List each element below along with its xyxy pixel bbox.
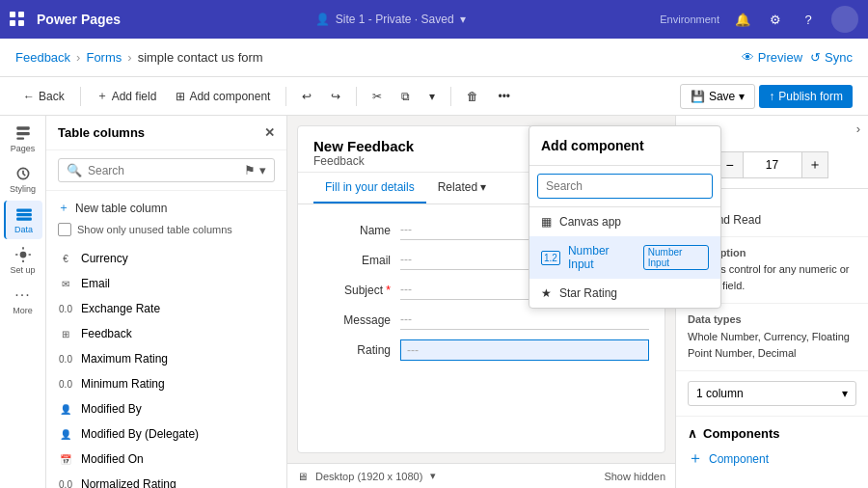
toolbar-sep-1 bbox=[80, 87, 81, 106]
column-item[interactable]: 📅Modified On bbox=[46, 447, 286, 472]
second-bar-right: 👁 Preview ↺ Sync bbox=[742, 50, 853, 65]
publish-button[interactable]: ↑ Publish form bbox=[759, 85, 853, 108]
breadcrumb: Feedback › Forms › simple contact us for… bbox=[15, 50, 734, 65]
column-item[interactable]: €Currency bbox=[46, 246, 286, 271]
copy-button[interactable]: ⧉ bbox=[393, 86, 418, 107]
col-label: Modified By (Delegate) bbox=[81, 427, 199, 441]
redo-button[interactable]: ↪ bbox=[323, 86, 348, 107]
column-item[interactable]: 👤Modified By (Delegate) bbox=[46, 421, 286, 447]
svg-rect-1 bbox=[16, 132, 30, 135]
collapse-icon[interactable]: › bbox=[856, 122, 860, 136]
top-bar-right: Environment 🔔 ⚙ ? bbox=[660, 6, 858, 33]
add-comp-item[interactable]: 1.2Number InputNumber Input bbox=[529, 236, 720, 279]
desktop-label[interactable]: Desktop (1920 x 1080) bbox=[315, 471, 422, 482]
desktop-dropdown[interactable]: ▾ bbox=[430, 470, 436, 482]
collapse-components-icon[interactable]: ∧ bbox=[688, 426, 697, 441]
table-columns-panel: Table columns ✕ 🔍 ⚑ ▾ ＋ New table column… bbox=[46, 116, 287, 488]
save-button[interactable]: 💾 Save ▾ bbox=[680, 84, 755, 109]
col-icon: 0.0 bbox=[58, 351, 73, 366]
apps-icon[interactable] bbox=[10, 12, 25, 27]
col-icon: 0.0 bbox=[58, 301, 73, 316]
col-icon: 0.0 bbox=[58, 376, 73, 392]
column-item[interactable]: 👤Modified By bbox=[46, 396, 286, 421]
col-icon: ⊞ bbox=[58, 326, 73, 341]
breadcrumb-bar: Feedback › Forms › simple contact us for… bbox=[0, 39, 868, 77]
add-comp-search bbox=[529, 166, 720, 207]
column-item[interactable]: 0.0Maximum Rating bbox=[46, 346, 286, 371]
add-icon: ＋ bbox=[96, 88, 108, 104]
breadcrumb-feedback[interactable]: Feedback bbox=[15, 50, 70, 65]
toolbar-sep-2 bbox=[285, 87, 286, 106]
nav-data[interactable]: Data bbox=[4, 201, 42, 239]
publish-icon: ↑ bbox=[769, 90, 774, 103]
add-comp-item-label: Star Rating bbox=[559, 286, 617, 300]
col-icon: € bbox=[58, 251, 73, 266]
add-field-button[interactable]: ＋ Add field bbox=[89, 84, 165, 108]
show-hidden-btn[interactable]: Show hidden bbox=[604, 471, 665, 482]
add-comp-title: Add component bbox=[529, 126, 720, 166]
panel-search: 🔍 ⚑ ▾ bbox=[46, 150, 286, 191]
add-component-button[interactable]: ⊞ Add component bbox=[168, 86, 278, 107]
cut-button[interactable]: ✂ bbox=[365, 86, 390, 107]
add-comp-items: ▦Canvas app1.2Number InputNumber Input★S… bbox=[529, 207, 720, 308]
number-plus-button[interactable]: ＋ bbox=[801, 151, 828, 178]
nav-more[interactable]: ··· More bbox=[4, 282, 42, 320]
svg-rect-6 bbox=[16, 217, 32, 220]
add-comp-item-label: Canvas app bbox=[559, 215, 621, 229]
env-label: Environment bbox=[660, 14, 719, 25]
col-label: Feedback bbox=[81, 327, 132, 340]
add-component-panel: Add component ▦Canvas app1.2Number Input… bbox=[529, 125, 721, 309]
undo-button[interactable]: ↩ bbox=[294, 86, 319, 107]
new-table-column-button[interactable]: ＋ New table column bbox=[58, 197, 275, 219]
filter-icon[interactable]: ⚑ ▾ bbox=[244, 163, 266, 177]
nav-pages[interactable]: Pages bbox=[4, 120, 42, 158]
site-info: 👤 Site 1 - Private · Saved ▾ bbox=[121, 13, 660, 26]
data-types-value: Whole Number, Currency, Floating Point N… bbox=[688, 329, 856, 361]
show-unused-row: Show only unused table columns bbox=[58, 223, 275, 236]
field-value[interactable]: --- bbox=[400, 339, 649, 361]
save-dropdown-icon[interactable]: ▾ bbox=[739, 90, 745, 103]
tab-fill-details[interactable]: Fill in your details bbox=[313, 173, 426, 203]
notification-icon[interactable]: 🔔 bbox=[733, 10, 752, 29]
column-item[interactable]: ✉Email bbox=[46, 271, 286, 296]
add-component-btn[interactable]: ＋ Component bbox=[688, 448, 856, 469]
breadcrumb-forms[interactable]: Forms bbox=[86, 50, 122, 65]
column-item[interactable]: 0.0Minimum Rating bbox=[46, 371, 286, 396]
col-label: Minimum Rating bbox=[81, 377, 165, 391]
avatar[interactable] bbox=[831, 6, 858, 33]
add-comp-item[interactable]: ★Star Rating bbox=[529, 279, 720, 308]
field-label: Email bbox=[313, 254, 391, 267]
nav-styling[interactable]: Styling bbox=[4, 160, 42, 199]
nav-setup[interactable]: Set up bbox=[4, 241, 42, 280]
column-item[interactable]: 0.0Exchange Rate bbox=[46, 296, 286, 321]
add-comp-item[interactable]: ▦Canvas app bbox=[529, 207, 720, 236]
column-item[interactable]: ⊞Feedback bbox=[46, 321, 286, 346]
show-unused-checkbox[interactable] bbox=[58, 223, 71, 236]
delete-button[interactable]: 🗑 bbox=[459, 86, 486, 107]
settings-icon[interactable]: ⚙ bbox=[766, 10, 785, 29]
column-item[interactable]: 0.0Normalized Rating bbox=[46, 472, 286, 488]
search-input[interactable] bbox=[88, 164, 238, 177]
column-layout-section: 1 column ▾ bbox=[676, 371, 868, 417]
toolbar-sep-4 bbox=[450, 87, 451, 106]
paste-dropdown[interactable]: ▾ bbox=[421, 86, 443, 107]
add-comp-item-icon: ★ bbox=[541, 286, 552, 300]
back-button[interactable]: ← Back bbox=[15, 86, 72, 107]
back-icon: ← bbox=[23, 90, 35, 103]
preview-button[interactable]: 👁 Preview bbox=[742, 50, 802, 65]
field-label: Name bbox=[313, 224, 391, 237]
field-label: Message bbox=[313, 313, 391, 327]
add-comp-search-input[interactable] bbox=[537, 174, 713, 199]
help-icon[interactable]: ? bbox=[799, 10, 818, 29]
sync-button[interactable]: ↺ Sync bbox=[810, 50, 853, 65]
field-value[interactable]: --- bbox=[400, 310, 649, 330]
column-layout-dropdown[interactable]: 1 column ▾ bbox=[688, 381, 856, 406]
number-input-badge: Number Input bbox=[643, 245, 709, 270]
search-box: 🔍 ⚑ ▾ bbox=[58, 158, 275, 182]
col-label: Modified By bbox=[81, 402, 142, 416]
sync-icon: ↺ bbox=[810, 50, 821, 65]
close-panel-icon[interactable]: ✕ bbox=[264, 125, 275, 140]
col-label: Maximum Rating bbox=[81, 352, 168, 366]
more-button[interactable]: ••• bbox=[490, 86, 518, 107]
tab-related[interactable]: Related ▾ bbox=[426, 173, 499, 203]
